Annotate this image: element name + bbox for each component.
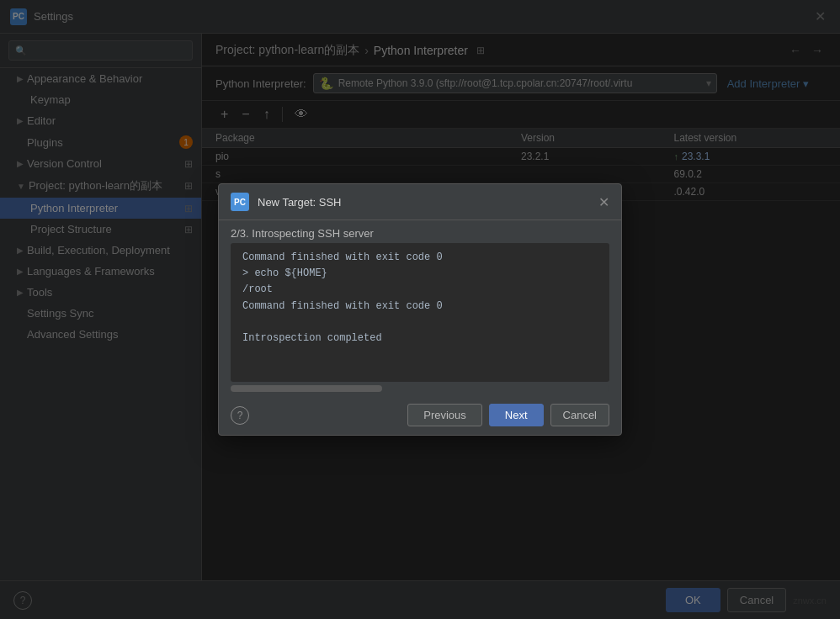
- modal-hscrollbar-thumb: [231, 385, 382, 392]
- modal-log: Command finished with exit code 0 > echo…: [231, 243, 609, 382]
- modal-overlay: PC New Target: SSH ✕ 2/3. Introspecting …: [202, 34, 840, 580]
- modal-step: 2/3. Introspecting SSH server: [219, 220, 621, 243]
- previous-button[interactable]: Previous: [407, 404, 482, 426]
- modal-dialog: PC New Target: SSH ✕ 2/3. Introspecting …: [218, 183, 622, 436]
- modal-footer: ? Previous Next Cancel: [219, 395, 621, 435]
- content-area: Project: python-learn的副本 › Python Interp…: [202, 34, 840, 580]
- modal-icon: PC: [231, 193, 249, 211]
- modal-header: PC New Target: SSH ✕: [219, 184, 621, 220]
- main-layout: 🔍 ▶ Appearance & Behavior Keymap ▶ Edito…: [0, 34, 840, 580]
- modal-hscrollbar[interactable]: [231, 385, 609, 392]
- modal-close-button[interactable]: ✕: [598, 194, 609, 210]
- cancel-modal-button[interactable]: Cancel: [550, 404, 609, 426]
- next-button[interactable]: Next: [489, 404, 544, 426]
- modal-scrollbar-area: [231, 382, 609, 395]
- modal-title: New Target: SSH: [258, 196, 341, 209]
- modal-help-button[interactable]: ?: [231, 406, 249, 425]
